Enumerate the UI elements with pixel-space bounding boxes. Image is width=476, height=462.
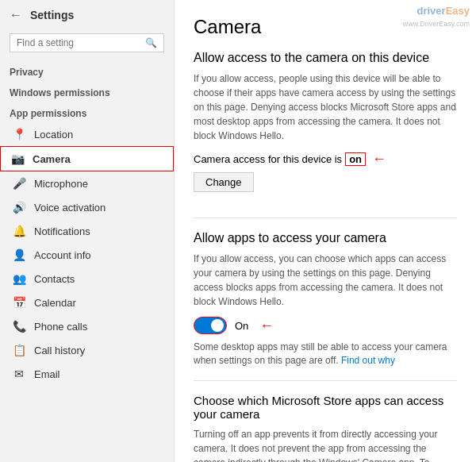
calendar-icon: 📅 <box>12 296 26 309</box>
sidebar-item-phone[interactable]: 📞 Phone calls <box>0 314 174 338</box>
callhistory-icon: 📋 <box>12 344 26 356</box>
divider1 <box>194 218 457 218</box>
sidebar-item-account[interactable]: 👤 Account info <box>0 243 174 267</box>
sidebar-header: ← Settings <box>0 0 174 30</box>
location-icon: 📍 <box>12 128 26 141</box>
sidebar: ← Settings 🔍 Privacy Windows permissions… <box>0 0 175 462</box>
sidebar-title: Settings <box>30 9 74 21</box>
main-toggle[interactable] <box>194 317 227 334</box>
email-icon: ✉ <box>12 368 26 380</box>
camera-status-line: Camera access for this device is on ← <box>194 151 457 167</box>
section2-title: Allow apps to access your camera <box>194 231 457 245</box>
toggle-note: Some desktop apps may still be able to a… <box>194 341 457 368</box>
main-toggle-row: On ← <box>194 317 457 334</box>
section3-title: Choose which Microsoft Store apps can ac… <box>194 394 457 421</box>
search-icon: 🔍 <box>145 37 157 48</box>
sidebar-item-label: Notifications <box>34 225 90 237</box>
sidebar-item-voice[interactable]: 🔊 Voice activation <box>0 195 174 219</box>
sidebar-item-calendar[interactable]: 📅 Calendar <box>0 291 174 314</box>
section1-desc: If you allow access, people using this d… <box>194 71 457 143</box>
sidebar-item-label: Location <box>34 129 73 141</box>
change-button[interactable]: Change <box>194 172 254 192</box>
sidebar-item-label: Call history <box>34 345 85 356</box>
sidebar-item-email[interactable]: ✉ Email <box>0 362 174 386</box>
windows-permissions-label: Windows permissions <box>0 81 174 102</box>
account-icon: 👤 <box>12 248 26 261</box>
microphone-icon: 🎤 <box>12 177 26 190</box>
sidebar-item-label: Email <box>34 368 60 380</box>
app-permissions-label: App permissions <box>0 102 174 122</box>
sidebar-item-microphone[interactable]: 🎤 Microphone <box>0 171 174 195</box>
toggle-label: On <box>235 320 248 332</box>
search-input[interactable] <box>17 37 140 48</box>
toggle-knob <box>211 319 224 332</box>
camera-icon: 📷 <box>10 152 25 165</box>
sidebar-item-contacts[interactable]: 👥 Contacts <box>0 267 174 291</box>
toggle-note-text: Some desktop apps may still be able to a… <box>194 341 447 366</box>
find-out-why-link[interactable]: Find out why <box>341 355 395 366</box>
section2-desc: If you allow access, you can choose whic… <box>194 252 457 309</box>
sidebar-item-location[interactable]: 📍 Location <box>0 122 174 146</box>
section1-title: Allow access to the camera on this devic… <box>194 51 457 65</box>
sidebar-item-label: Voice activation <box>34 202 106 214</box>
sidebar-item-callhistory[interactable]: 📋 Call history <box>0 338 174 362</box>
privacy-section-label: Privacy <box>0 60 174 81</box>
voice-icon: 🔊 <box>12 201 26 214</box>
watermark: driverEasy www.DriverEasy.com <box>403 5 470 29</box>
status-label: Camera access for this device is <box>194 153 342 165</box>
section3-desc: Turning off an app prevents it from dire… <box>194 427 457 462</box>
contacts-icon: 👥 <box>12 272 26 285</box>
main-content: driverEasy www.DriverEasy.com Camera All… <box>175 0 476 462</box>
arrow-icon: ← <box>372 151 386 167</box>
sidebar-item-camera[interactable]: 📷 Camera <box>0 146 174 171</box>
sidebar-item-label: Microphone <box>34 178 88 190</box>
status-value: on <box>345 152 366 166</box>
arrow2-icon: ← <box>259 318 274 334</box>
sidebar-item-label: Account info <box>34 249 91 261</box>
sidebar-item-label: Phone calls <box>34 321 87 333</box>
sidebar-item-label: Camera <box>33 153 71 165</box>
phone-icon: 📞 <box>12 320 26 333</box>
divider2 <box>194 380 457 381</box>
sidebar-item-label: Calendar <box>34 297 76 309</box>
search-box[interactable]: 🔍 <box>10 33 164 52</box>
back-button[interactable]: ← <box>10 8 22 22</box>
sidebar-item-label: Contacts <box>34 273 75 285</box>
sidebar-item-notifications[interactable]: 🔔 Notifications <box>0 219 174 243</box>
notifications-icon: 🔔 <box>12 225 26 237</box>
